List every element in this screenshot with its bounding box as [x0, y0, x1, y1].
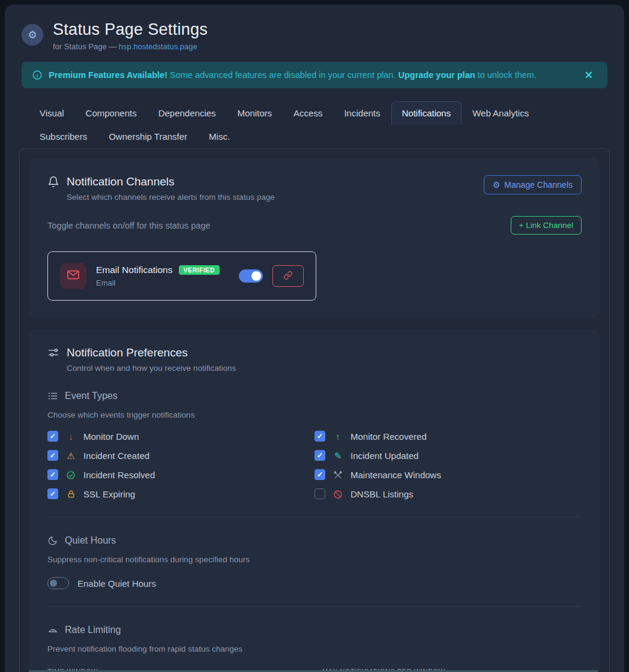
event-label: Incident Updated: [351, 451, 418, 461]
premium-banner: Premium Features Available! Some advance…: [22, 62, 607, 88]
page-title: Status Page Settings: [53, 20, 208, 39]
tab-monitors[interactable]: Monitors: [227, 101, 283, 125]
tools-icon: [333, 469, 343, 479]
checkbox-monitor-down[interactable]: ✓: [47, 431, 58, 442]
rate-limiting-title: Rate Limiting: [65, 625, 121, 635]
event-incident-created: ✓ ⚠ Incident Created: [47, 449, 314, 461]
email-channel-name-row: Email Notifications VERIFIED: [96, 265, 220, 275]
tab-dependencies[interactable]: Dependencies: [148, 101, 227, 125]
info-icon: [32, 70, 42, 80]
arrow-down-icon: ↓: [65, 432, 76, 441]
event-ssl-expiring: ✓ SSL Expiring: [47, 488, 314, 500]
link-channel-button[interactable]: + Link Channel: [511, 216, 582, 235]
tab-access[interactable]: Access: [283, 101, 333, 125]
check-circle-icon: [65, 469, 76, 479]
channel-name: Email Notifications: [96, 265, 173, 275]
checkbox-monitor-recovered[interactable]: ✓: [314, 431, 325, 442]
section-divider: [47, 517, 582, 517]
notification-channels-card: Notification Channels Select which chann…: [29, 158, 600, 317]
checkbox-incident-updated[interactable]: ✓: [314, 450, 325, 461]
quiet-hours-toggle-label: Enable Quiet Hours: [77, 578, 156, 589]
settings-panel: ⚙ Status Page Settings for Status Page —…: [5, 5, 624, 672]
channels-title-row: Notification Channels: [47, 175, 275, 188]
channels-header: Notification Channels Select which chann…: [47, 175, 582, 202]
quiet-hours-header: Quiet Hours: [47, 535, 582, 546]
rate-limiting-header: Rate Limiting: [47, 625, 582, 635]
email-channel-toggle[interactable]: [239, 269, 263, 283]
event-label: Monitor Down: [83, 431, 139, 442]
banner-body: Some advanced features are disabled in y…: [167, 70, 398, 80]
envelope-icon: [66, 268, 80, 284]
event-label: Maintenance Windows: [351, 470, 441, 480]
notification-preferences-card: Notification Preferences Control when an…: [29, 329, 600, 672]
event-types-subtitle: Choose which events trigger notification…: [47, 410, 582, 419]
event-incident-resolved: ✓ Incident Resolved: [47, 469, 314, 481]
quiet-hours-title: Quiet Hours: [65, 535, 116, 546]
event-maintenance-windows: ✓ Maintenance Windows: [314, 469, 582, 481]
channels-subtitle: Select which channels receive alerts fro…: [67, 193, 275, 202]
section-divider: [47, 606, 582, 607]
tab-ownership-transfer[interactable]: Ownership Transfer: [98, 125, 198, 148]
quiet-hours-toggle[interactable]: [47, 577, 69, 589]
event-types-title: Event Types: [65, 391, 118, 401]
preferences-title: Notification Preferences: [67, 346, 188, 359]
chain-link-icon: [283, 271, 293, 282]
gauge-icon: [47, 625, 58, 635]
checkbox-maintenance-windows[interactable]: ✓: [314, 469, 325, 480]
tab-incidents[interactable]: Incidents: [333, 101, 391, 125]
settings-tabs: Visual Components Dependencies Monitors …: [29, 101, 600, 148]
pencil-icon: ✎: [333, 451, 343, 460]
warning-icon: ⚠: [65, 451, 76, 460]
event-label: DNSBL Listings: [351, 489, 414, 499]
tab-components[interactable]: Components: [75, 101, 148, 125]
preferences-subtitle: Control when and how you receive notific…: [67, 364, 582, 373]
gear-icon: ⚙: [493, 180, 501, 190]
event-label: Monitor Recovered: [351, 431, 427, 442]
channels-header-text: Notification Channels Select which chann…: [47, 175, 275, 202]
list-icon: [47, 391, 58, 401]
tab-notifications[interactable]: Notifications: [391, 101, 462, 125]
subtitle-prefix: for Status Page —: [53, 42, 119, 51]
quiet-hours-subtitle: Suppress non-critical notifications duri…: [47, 555, 582, 564]
checkbox-dnsbl-listings[interactable]: [314, 488, 325, 499]
channel-type: Email: [96, 279, 220, 287]
event-dnsbl-listings: DNSBL Listings: [314, 488, 582, 500]
manage-channels-button[interactable]: ⚙ Manage Channels: [484, 175, 582, 194]
checkbox-incident-created[interactable]: ✓: [47, 450, 58, 461]
event-types-header: Event Types: [47, 391, 582, 401]
rate-limiting-subtitle: Prevent notification flooding from rapid…: [47, 644, 582, 653]
page-subtitle: for Status Page — hsp.hostedstatus.page: [53, 42, 208, 51]
sliders-icon: [47, 347, 59, 359]
notifications-tab-content: Notification Channels Select which chann…: [19, 148, 610, 672]
tab-visual[interactable]: Visual: [29, 101, 75, 125]
checkbox-ssl-expiring[interactable]: ✓: [47, 488, 58, 499]
manage-channels-label: Manage Channels: [504, 180, 573, 190]
preferences-title-row: Notification Preferences: [47, 346, 582, 359]
tab-misc[interactable]: Misc.: [198, 125, 241, 148]
ban-icon: [333, 488, 343, 499]
tab-web-analytics[interactable]: Web Analytics: [462, 101, 540, 125]
bell-icon: [47, 176, 59, 188]
gear-icon: ⚙: [28, 29, 37, 41]
event-label: Incident Resolved: [83, 470, 155, 480]
close-icon[interactable]: ✕: [581, 67, 597, 84]
email-channel-info: Email Notifications VERIFIED Email: [96, 265, 220, 287]
premium-banner-text: Premium Features Available! Some advance…: [49, 70, 574, 80]
toggle-knob: [50, 580, 57, 587]
moon-icon: [47, 535, 58, 546]
event-label: Incident Created: [83, 451, 149, 461]
checkbox-incident-resolved[interactable]: ✓: [47, 469, 58, 480]
upgrade-plan-link[interactable]: Upgrade your plan: [398, 70, 475, 80]
toggle-knob: [251, 271, 261, 281]
quiet-hours-toggle-row: Enable Quiet Hours: [47, 577, 582, 589]
banner-suffix: to unlock them.: [475, 70, 537, 80]
tab-subscribers[interactable]: Subscribers: [29, 125, 98, 148]
status-page-link[interactable]: hsp.hostedstatus.page: [119, 42, 197, 51]
arrow-up-icon: ↑: [333, 432, 343, 441]
verified-badge: VERIFIED: [179, 265, 220, 275]
event-incident-updated: ✓ ✎ Incident Updated: [314, 449, 582, 461]
page-header: ⚙ Status Page Settings for Status Page —…: [5, 5, 624, 51]
unlink-channel-button[interactable]: [272, 265, 304, 287]
gear-avatar: ⚙: [22, 24, 43, 46]
toggle-hint: Toggle channels on/off for this status p…: [47, 221, 210, 230]
